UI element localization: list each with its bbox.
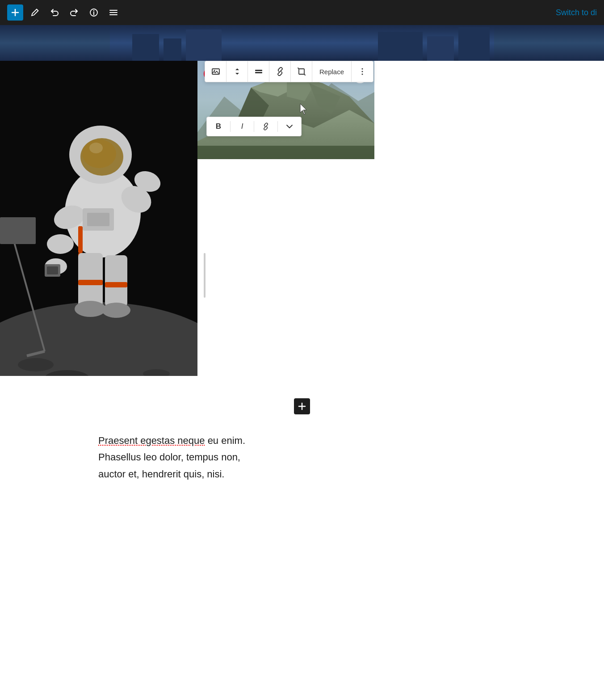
astronaut-image[interactable] (0, 61, 197, 376)
svg-point-42 (47, 234, 74, 254)
top-toolbar: Switch to di (0, 0, 604, 25)
svg-rect-11 (186, 30, 222, 61)
svg-point-55 (102, 303, 130, 318)
image-toolbar-icon[interactable] (205, 61, 226, 82)
svg-rect-52 (78, 280, 103, 285)
svg-point-4 (93, 10, 94, 11)
italic-button[interactable]: I (234, 118, 250, 135)
list-view-button[interactable] (105, 4, 122, 21)
svg-rect-14 (458, 27, 490, 61)
add-block-section (0, 389, 604, 423)
redo-button[interactable] (66, 4, 82, 21)
svg-rect-13 (427, 36, 454, 61)
svg-point-23 (362, 68, 363, 70)
svg-rect-9 (132, 34, 159, 61)
toolbar-divider-2 (254, 121, 254, 132)
svg-line-22 (304, 74, 305, 75)
svg-rect-53 (105, 282, 127, 287)
crop-icon[interactable] (291, 61, 312, 82)
svg-rect-20 (299, 69, 304, 74)
toolbar-divider (230, 121, 231, 132)
svg-point-24 (362, 71, 363, 72)
toolbar-divider-3 (277, 121, 278, 132)
svg-point-54 (75, 301, 106, 317)
svg-line-19 (279, 71, 281, 72)
svg-rect-49 (87, 213, 109, 226)
move-up-down-icon[interactable] (226, 61, 248, 82)
paragraph-block: Praesent egestas neque eu enim. Phasellu… (0, 423, 604, 500)
paragraph-underlined-text: Praesent egestas neque (98, 435, 205, 446)
svg-point-16 (214, 70, 215, 72)
align-icon[interactable] (248, 61, 269, 82)
svg-line-21 (298, 68, 299, 69)
link-icon[interactable] (269, 61, 291, 82)
bold-button[interactable]: B (210, 118, 226, 135)
right-column: p Save B (197, 61, 604, 376)
svg-rect-66 (197, 146, 374, 159)
svg-rect-51 (105, 255, 127, 307)
svg-rect-35 (0, 217, 36, 244)
svg-point-40 (89, 143, 103, 153)
svg-rect-17 (255, 70, 262, 71)
svg-point-29 (18, 358, 54, 371)
svg-rect-18 (255, 72, 262, 73)
replace-button[interactable]: Replace (312, 61, 352, 82)
svg-rect-10 (164, 38, 181, 61)
pen-icon-button[interactable] (27, 4, 43, 21)
more-formatting-button[interactable] (281, 118, 298, 135)
add-block-button[interactable] (294, 398, 310, 414)
inline-format-toolbar: B I (206, 117, 302, 136)
svg-point-25 (362, 74, 363, 75)
info-button[interactable] (86, 4, 102, 21)
undo-button[interactable] (46, 4, 63, 21)
switch-to-button[interactable]: Switch to di (556, 8, 597, 17)
svg-rect-46 (78, 226, 83, 253)
svg-line-70 (265, 126, 267, 127)
block-toolbar: Replace (205, 61, 373, 82)
inline-link-button[interactable] (258, 118, 274, 135)
two-column-block: p Save B (0, 61, 604, 376)
add-block-toolbar-button[interactable] (7, 4, 23, 21)
svg-rect-12 (378, 32, 423, 61)
more-options-icon[interactable] (352, 61, 373, 82)
left-column (0, 61, 197, 376)
header-image (0, 25, 604, 61)
svg-rect-57 (47, 266, 58, 274)
main-content: Replace (0, 25, 604, 500)
